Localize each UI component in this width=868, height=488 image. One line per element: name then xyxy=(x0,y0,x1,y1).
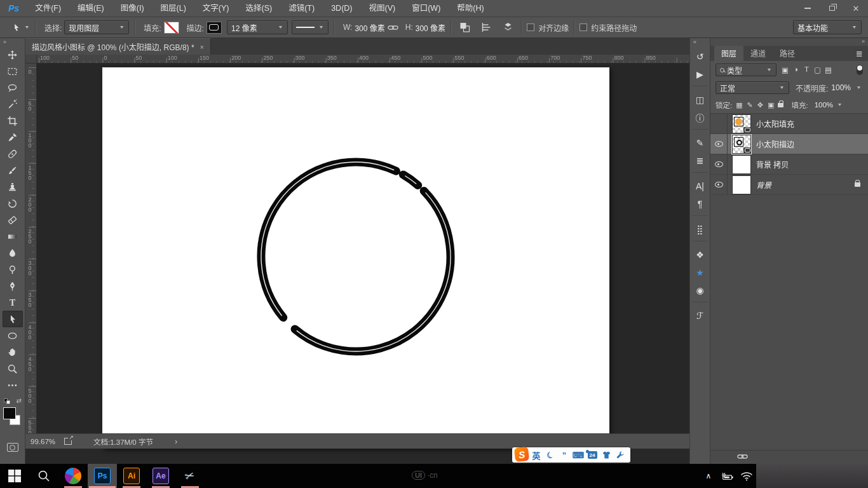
quick-mask-button[interactable] xyxy=(7,443,18,452)
blend-mode-dropdown[interactable]: 正常 ▼ xyxy=(715,81,789,94)
stroke-swatch[interactable] xyxy=(207,22,222,34)
blur-tool[interactable] xyxy=(3,245,23,261)
crop-tool[interactable] xyxy=(3,112,23,129)
constrain-path-checkbox[interactable]: 约束路径拖动 xyxy=(580,22,637,33)
menu-item-4[interactable]: 文字(Y) xyxy=(194,4,238,13)
toolbar-collapse-button[interactable]: » xyxy=(0,38,25,46)
filter-type-layers-icon[interactable]: T xyxy=(801,65,812,74)
tool-preset-button[interactable] xyxy=(8,20,24,35)
visibility-toggle[interactable] xyxy=(710,175,728,195)
layer-row-3[interactable]: 背景 xyxy=(710,175,868,195)
camera-raw-panel-icon[interactable]: ◉ xyxy=(692,282,709,298)
lasso-tool[interactable] xyxy=(3,79,23,96)
tab-close-icon[interactable]: × xyxy=(200,43,204,51)
eyedropper-tool[interactable] xyxy=(3,129,23,146)
layer-thumbnail[interactable] xyxy=(732,114,751,133)
taskbar-aftereffects-button[interactable]: Ae xyxy=(146,464,175,488)
dock-expand-button[interactable]: « xyxy=(690,38,710,46)
hand-tool[interactable] xyxy=(3,344,23,360)
menu-item-3[interactable]: 图层(L) xyxy=(153,4,194,13)
menu-item-1[interactable]: 编辑(E) xyxy=(69,4,112,13)
layer-row-2[interactable]: 背景 拷贝 xyxy=(710,154,868,175)
move-tool[interactable] xyxy=(3,46,23,63)
lock-position-icon[interactable]: ✥ xyxy=(757,101,763,109)
lock-artboard-icon[interactable]: ▣ xyxy=(768,101,774,109)
panel-tab-2[interactable]: 路径 xyxy=(773,46,802,61)
brush-tool[interactable] xyxy=(3,162,23,179)
rectangular-marquee-tool[interactable] xyxy=(3,63,23,79)
lock-pixels-icon[interactable]: ✎ xyxy=(747,101,753,109)
panel-tab-0[interactable]: 图层 xyxy=(714,46,743,61)
layer-styles-panel-icon[interactable]: ℱ xyxy=(692,308,709,323)
brushes-panel-icon[interactable]: ✎ xyxy=(692,135,709,151)
moon-mode-icon[interactable]: ☾ xyxy=(541,446,559,464)
link-layers-icon[interactable] xyxy=(737,452,748,463)
menu-item-2[interactable]: 图像(I) xyxy=(112,4,153,13)
path-arrangement-button[interactable] xyxy=(499,20,516,35)
opacity-value-field[interactable]: 100% xyxy=(831,83,851,92)
person-24-icon[interactable]: 24 xyxy=(586,448,599,462)
paragraph-panel-icon[interactable]: ¶ xyxy=(692,196,709,212)
panel-tab-1[interactable]: 通道 xyxy=(743,46,773,61)
type-tool[interactable]: T xyxy=(3,294,23,311)
visibility-toggle[interactable] xyxy=(710,114,728,134)
taskbar-screenshot-button[interactable]: ✂ xyxy=(175,464,205,488)
star-panel-icon[interactable]: ★ xyxy=(692,264,709,280)
info-panel-icon[interactable]: ⓘ xyxy=(692,109,709,125)
filter-type-dropdown[interactable]: 类型 ▼ xyxy=(715,64,776,76)
panel-collapse-button[interactable]: » xyxy=(710,38,868,46)
foreground-color-swatch[interactable] xyxy=(3,407,16,419)
filter-adjustment-layers-icon[interactable]: ◑ xyxy=(790,65,801,74)
panel-menu-icon[interactable]: ≣ xyxy=(856,49,863,58)
align-edges-checkbox[interactable]: 对齐边缘 xyxy=(527,22,569,33)
path-selection-tool[interactable] xyxy=(3,311,23,327)
taskbar-illustrator-button[interactable]: Ai xyxy=(117,464,146,488)
fill-swatch[interactable] xyxy=(164,22,179,34)
chevron-down-icon[interactable]: ▼ xyxy=(856,85,862,90)
sogou-logo-icon[interactable]: S xyxy=(514,446,529,461)
history-brush-tool[interactable] xyxy=(3,195,23,212)
filter-smart-objects-icon[interactable]: ▤ xyxy=(823,65,834,74)
layer-row-0[interactable]: 小太阳填充 xyxy=(710,114,868,134)
clone-stamp-tool[interactable] xyxy=(3,179,23,195)
width-value-field[interactable]: 300 像素 xyxy=(355,22,384,33)
link-dimensions-icon[interactable] xyxy=(385,20,402,35)
adjustments-panel-icon[interactable]: ❖ xyxy=(692,247,709,262)
lock-all-icon[interactable] xyxy=(778,103,783,107)
menu-item-0[interactable]: 文件(F) xyxy=(27,4,69,13)
start-button[interactable] xyxy=(0,464,29,488)
patterns-panel-icon[interactable]: ⣿ xyxy=(692,221,709,237)
character-panel-icon[interactable]: A| xyxy=(692,178,709,194)
visibility-toggle[interactable] xyxy=(710,134,728,154)
menu-item-6[interactable]: 滤镜(T) xyxy=(280,4,323,13)
pen-tool[interactable] xyxy=(3,278,23,294)
canvas[interactable] xyxy=(102,67,609,449)
share-icon[interactable] xyxy=(64,438,72,445)
swap-colors-icon[interactable]: ⇄ xyxy=(17,397,22,404)
taskbar-photoshop-button[interactable]: Ps xyxy=(88,464,117,488)
lock-transparency-icon[interactable]: ▦ xyxy=(736,101,742,109)
actions-panel-icon[interactable]: ▶ xyxy=(692,66,709,82)
skin-shirt-icon[interactable] xyxy=(600,448,613,462)
brush-settings-panel-icon[interactable]: ≣ xyxy=(692,152,709,168)
layer-thumbnail[interactable] xyxy=(732,155,751,174)
path-operations-button[interactable] xyxy=(456,20,473,35)
document-tab[interactable]: 描边风格小图标 @ 100% (小太阳描边, RGB/8) * × xyxy=(25,38,211,55)
eraser-tool[interactable] xyxy=(3,212,23,228)
layer-row-1[interactable]: 小太阳描边 xyxy=(710,134,868,154)
taskbar-search-button[interactable] xyxy=(29,464,58,488)
stroke-type-dropdown[interactable]: ▼ xyxy=(292,20,329,34)
workspace-dropdown[interactable]: 基本功能 ▼ xyxy=(793,20,862,34)
battery-icon[interactable] xyxy=(721,464,735,488)
layer-thumbnail[interactable] xyxy=(732,175,751,194)
libraries-panel-icon[interactable]: ◫ xyxy=(692,92,709,107)
filter-shape-layers-icon[interactable]: ▢ xyxy=(812,65,823,74)
toolbox-wrench-icon[interactable] xyxy=(614,448,627,462)
soft-keyboard-icon[interactable]: ⌨ xyxy=(572,448,585,462)
punctuation-icon[interactable]: ” xyxy=(558,448,571,462)
wifi-icon[interactable] xyxy=(740,464,754,488)
layer-thumbnail[interactable] xyxy=(732,135,751,154)
filter-toggle-switch[interactable] xyxy=(857,65,863,75)
visibility-toggle[interactable] xyxy=(710,154,728,175)
ime-language-button[interactable]: 英 xyxy=(530,448,543,462)
